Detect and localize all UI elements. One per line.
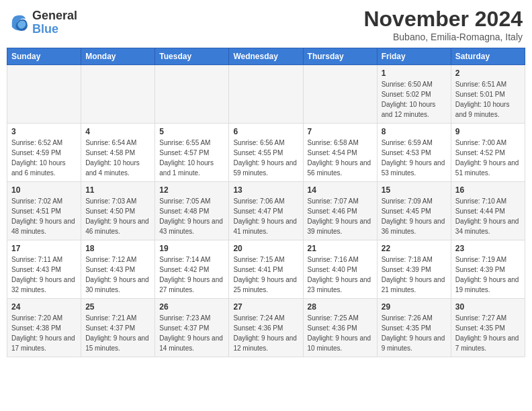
day-number: 8 xyxy=(382,127,447,136)
day-number: 26 xyxy=(159,302,224,312)
day-number: 12 xyxy=(159,185,224,195)
calendar-cell: 9Sunrise: 7:00 AM Sunset: 4:52 PM Daylig… xyxy=(451,124,525,182)
calendar-cell: 7Sunrise: 6:58 AM Sunset: 4:54 PM Daylig… xyxy=(303,124,377,182)
day-number: 4 xyxy=(85,127,150,136)
calendar-cell: 21Sunrise: 7:16 AM Sunset: 4:40 PM Dayli… xyxy=(303,240,377,299)
day-number: 30 xyxy=(455,302,521,312)
day-number: 21 xyxy=(308,244,373,253)
calendar-cell: 5Sunrise: 6:55 AM Sunset: 4:57 PM Daylig… xyxy=(155,124,229,182)
calendar-cell: 8Sunrise: 6:59 AM Sunset: 4:53 PM Daylig… xyxy=(377,124,451,182)
day-info: Sunrise: 6:52 AM Sunset: 4:59 PM Dayligh… xyxy=(11,138,77,178)
day-number: 2 xyxy=(455,68,521,78)
day-number: 16 xyxy=(455,185,521,195)
calendar-cell: 26Sunrise: 7:23 AM Sunset: 4:37 PM Dayli… xyxy=(155,299,229,357)
day-info: Sunrise: 7:14 AM Sunset: 4:42 PM Dayligh… xyxy=(159,255,224,295)
day-info: Sunrise: 7:02 AM Sunset: 4:51 PM Dayligh… xyxy=(11,196,77,236)
day-info: Sunrise: 6:54 AM Sunset: 4:58 PM Dayligh… xyxy=(85,138,150,178)
day-number: 28 xyxy=(308,302,373,312)
calendar-cell: 6Sunrise: 6:56 AM Sunset: 4:55 PM Daylig… xyxy=(229,124,303,182)
calendar-cell: 1Sunrise: 6:50 AM Sunset: 5:02 PM Daylig… xyxy=(377,65,451,124)
calendar-cell xyxy=(81,65,155,124)
day-info: Sunrise: 7:12 AM Sunset: 4:43 PM Dayligh… xyxy=(85,255,150,295)
day-number: 1 xyxy=(382,68,447,78)
day-number: 19 xyxy=(159,244,224,253)
calendar-cell: 14Sunrise: 7:07 AM Sunset: 4:46 PM Dayli… xyxy=(303,182,377,240)
day-info: Sunrise: 6:56 AM Sunset: 4:55 PM Dayligh… xyxy=(233,138,298,178)
day-info: Sunrise: 6:51 AM Sunset: 5:01 PM Dayligh… xyxy=(455,79,521,120)
calendar-cell: 22Sunrise: 7:18 AM Sunset: 4:39 PM Dayli… xyxy=(377,240,451,299)
calendar-cell xyxy=(155,65,229,124)
col-header-tuesday: Tuesday xyxy=(155,48,229,65)
calendar-cell: 30Sunrise: 7:27 AM Sunset: 4:35 PM Dayli… xyxy=(451,299,525,357)
day-number: 10 xyxy=(11,185,77,195)
day-number: 29 xyxy=(382,302,447,312)
calendar-cell: 11Sunrise: 7:03 AM Sunset: 4:50 PM Dayli… xyxy=(81,182,155,240)
calendar-cell xyxy=(229,65,303,124)
col-header-thursday: Thursday xyxy=(303,48,377,65)
calendar-table: SundayMondayTuesdayWednesdayThursdayFrid… xyxy=(7,48,525,357)
day-info: Sunrise: 7:20 AM Sunset: 4:38 PM Dayligh… xyxy=(11,313,77,353)
day-info: Sunrise: 6:55 AM Sunset: 4:57 PM Dayligh… xyxy=(159,138,224,178)
day-number: 9 xyxy=(455,127,521,136)
day-number: 5 xyxy=(159,127,224,136)
day-info: Sunrise: 7:26 AM Sunset: 4:35 PM Dayligh… xyxy=(382,313,447,353)
col-header-monday: Monday xyxy=(81,48,155,65)
calendar-cell: 23Sunrise: 7:19 AM Sunset: 4:39 PM Dayli… xyxy=(451,240,525,299)
calendar-cell: 29Sunrise: 7:26 AM Sunset: 4:35 PM Dayli… xyxy=(377,299,451,357)
day-number: 13 xyxy=(233,185,298,195)
day-number: 11 xyxy=(85,185,150,195)
calendar-cell: 24Sunrise: 7:20 AM Sunset: 4:38 PM Dayli… xyxy=(7,299,81,357)
day-info: Sunrise: 7:21 AM Sunset: 4:37 PM Dayligh… xyxy=(85,313,150,353)
day-info: Sunrise: 7:19 AM Sunset: 4:39 PM Dayligh… xyxy=(455,255,521,295)
page-header: General Blue November 2024 Bubano, Emili… xyxy=(7,7,525,42)
calendar-cell: 25Sunrise: 7:21 AM Sunset: 4:37 PM Dayli… xyxy=(81,299,155,357)
calendar-cell: 2Sunrise: 6:51 AM Sunset: 5:01 PM Daylig… xyxy=(451,65,525,124)
day-number: 27 xyxy=(233,302,298,312)
day-info: Sunrise: 7:25 AM Sunset: 4:36 PM Dayligh… xyxy=(308,313,373,353)
logo-line2: Blue xyxy=(32,23,77,36)
day-info: Sunrise: 7:18 AM Sunset: 4:39 PM Dayligh… xyxy=(382,255,447,295)
calendar-cell: 17Sunrise: 7:11 AM Sunset: 4:43 PM Dayli… xyxy=(7,240,81,299)
day-info: Sunrise: 7:03 AM Sunset: 4:50 PM Dayligh… xyxy=(85,196,150,236)
day-info: Sunrise: 6:50 AM Sunset: 5:02 PM Dayligh… xyxy=(382,79,447,120)
col-header-wednesday: Wednesday xyxy=(229,48,303,65)
calendar-cell: 10Sunrise: 7:02 AM Sunset: 4:51 PM Dayli… xyxy=(7,182,81,240)
col-header-sunday: Sunday xyxy=(7,48,81,65)
calendar-cell: 16Sunrise: 7:10 AM Sunset: 4:44 PM Dayli… xyxy=(451,182,525,240)
location-subtitle: Bubano, Emilia-Romagna, Italy xyxy=(363,32,523,42)
day-info: Sunrise: 7:11 AM Sunset: 4:43 PM Dayligh… xyxy=(11,255,77,295)
calendar-cell: 12Sunrise: 7:05 AM Sunset: 4:48 PM Dayli… xyxy=(155,182,229,240)
calendar-week-row: 17Sunrise: 7:11 AM Sunset: 4:43 PM Dayli… xyxy=(7,240,525,299)
day-info: Sunrise: 7:15 AM Sunset: 4:41 PM Dayligh… xyxy=(233,255,298,295)
col-header-saturday: Saturday xyxy=(451,48,525,65)
month-title: November 2024 xyxy=(363,7,523,32)
calendar-week-row: 10Sunrise: 7:02 AM Sunset: 4:51 PM Dayli… xyxy=(7,182,525,240)
day-info: Sunrise: 7:24 AM Sunset: 4:36 PM Dayligh… xyxy=(233,313,298,353)
title-block: November 2024 Bubano, Emilia-Romagna, It… xyxy=(363,7,523,42)
day-info: Sunrise: 7:06 AM Sunset: 4:47 PM Dayligh… xyxy=(233,196,298,236)
calendar-cell: 4Sunrise: 6:54 AM Sunset: 4:58 PM Daylig… xyxy=(81,124,155,182)
day-number: 24 xyxy=(11,302,77,312)
calendar-week-row: 1Sunrise: 6:50 AM Sunset: 5:02 PM Daylig… xyxy=(7,65,525,124)
day-number: 25 xyxy=(85,302,150,312)
day-info: Sunrise: 7:00 AM Sunset: 4:52 PM Dayligh… xyxy=(455,138,521,178)
logo-icon xyxy=(9,13,30,33)
day-number: 7 xyxy=(308,127,373,136)
day-info: Sunrise: 6:59 AM Sunset: 4:53 PM Dayligh… xyxy=(382,138,447,178)
calendar-week-row: 3Sunrise: 6:52 AM Sunset: 4:59 PM Daylig… xyxy=(7,124,525,182)
calendar-cell xyxy=(7,65,81,124)
calendar-header-row: SundayMondayTuesdayWednesdayThursdayFrid… xyxy=(7,48,525,65)
day-number: 18 xyxy=(85,244,150,253)
day-info: Sunrise: 7:09 AM Sunset: 4:45 PM Dayligh… xyxy=(382,196,447,236)
day-info: Sunrise: 7:16 AM Sunset: 4:40 PM Dayligh… xyxy=(308,255,373,295)
day-info: Sunrise: 7:23 AM Sunset: 4:37 PM Dayligh… xyxy=(159,313,224,353)
day-number: 17 xyxy=(11,244,77,253)
calendar-cell: 3Sunrise: 6:52 AM Sunset: 4:59 PM Daylig… xyxy=(7,124,81,182)
col-header-friday: Friday xyxy=(377,48,451,65)
calendar-cell: 20Sunrise: 7:15 AM Sunset: 4:41 PM Dayli… xyxy=(229,240,303,299)
calendar-cell xyxy=(303,65,377,124)
day-number: 20 xyxy=(233,244,298,253)
logo-text: General Blue xyxy=(32,9,77,36)
day-info: Sunrise: 7:05 AM Sunset: 4:48 PM Dayligh… xyxy=(159,196,224,236)
day-number: 6 xyxy=(233,127,298,136)
